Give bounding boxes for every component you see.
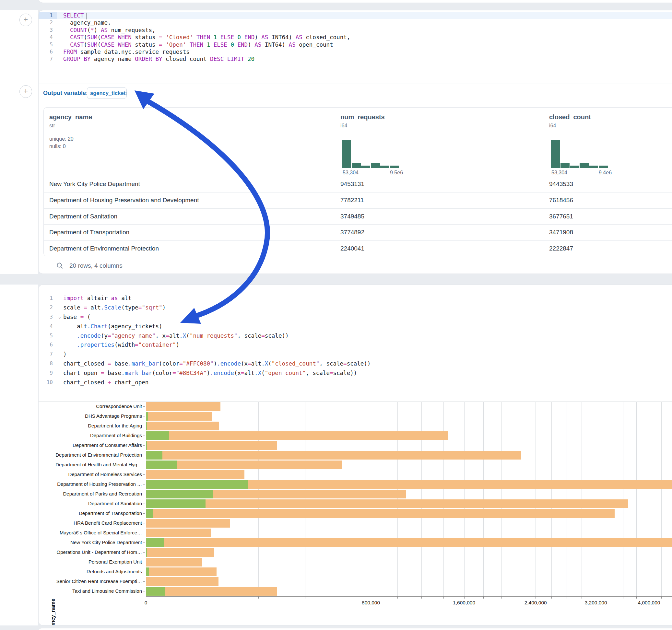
column-header-num-requests[interactable]: num_requests	[340, 114, 385, 121]
x-axis-tick	[649, 597, 649, 599]
x-axis-tick	[398, 597, 398, 599]
gridline	[519, 402, 519, 596]
code-line[interactable]: 7GROUP BY agency_name ORDER BY closed_co…	[39, 55, 672, 63]
column-dtype: str	[49, 123, 55, 129]
table-row[interactable]: Department of Environmental Protection22…	[44, 240, 672, 257]
y-axis-tick	[143, 513, 145, 514]
y-axis-tick	[143, 494, 145, 494]
column-header-closed-count[interactable]: closed_count	[549, 114, 591, 121]
code-line[interactable]: 5 CAST(SUM(CASE WHEN status = 'Open' THE…	[39, 41, 672, 48]
output-variable-label: Output variable:	[43, 90, 88, 97]
line-number: 6	[39, 340, 57, 350]
cell-num-requests: 3774892	[340, 224, 364, 240]
line-number: 4	[39, 34, 57, 41]
open-count-bar	[146, 480, 248, 489]
plus-icon: +	[24, 15, 28, 24]
code-line[interactable]: 4 CAST(SUM(CASE WHEN status = 'Closed' T…	[39, 34, 672, 41]
table-shape-label: 20 rows, 4 columns	[69, 262, 123, 269]
closed-count-bar	[146, 558, 202, 566]
python-cell-card: 1import altair as alt2scale = alt.Scale(…	[38, 285, 672, 626]
open-count-bar	[146, 421, 147, 430]
code-line[interactable]: 4 alt.Chart(agency_tickets)	[39, 322, 672, 331]
code-line[interactable]: 6FROM sample_data.nyc.service_requests	[39, 48, 672, 55]
gridline	[581, 402, 582, 596]
closed-count-bar	[146, 402, 220, 411]
closed-count-bar	[146, 431, 448, 440]
code-line[interactable]: 6 .properties(width="container")	[39, 340, 672, 350]
code-line[interactable]: 1import altair as alt	[39, 294, 672, 303]
code-text: import altair as alt	[57, 294, 672, 303]
y-axis-tick	[143, 436, 145, 436]
sql-code-editor[interactable]: 1⌄SELECT2 agency_name,3 COUNT(*) AS num_…	[39, 12, 672, 63]
histogram-bar	[371, 163, 380, 168]
code-line[interactable]: 7)	[39, 350, 672, 359]
num-requests-histogram	[342, 140, 400, 168]
add-cell-button-output[interactable]: +	[20, 85, 32, 98]
code-line[interactable]: 5 .encode(y="agency_name", x=alt.X("num_…	[39, 331, 672, 341]
next-cell-fragment	[38, 628, 672, 630]
histogram-bar	[342, 140, 351, 168]
line-number: 2	[39, 19, 57, 26]
sql-cell-card: 1⌄SELECT2 agency_name,3 COUNT(*) AS num_…	[38, 10, 672, 274]
open-count-bar	[146, 509, 153, 518]
x-axis-tick-label: 2,400,000	[525, 600, 547, 606]
code-line[interactable]: 1⌄SELECT	[39, 12, 672, 19]
line-number: 5	[39, 41, 57, 48]
y-axis-tick	[143, 504, 145, 504]
y-axis-tick	[143, 591, 145, 591]
gridline	[341, 402, 341, 596]
x-axis-tick	[535, 597, 536, 599]
gridline	[551, 402, 552, 596]
gridline	[398, 402, 398, 596]
y-axis-label: DHS Advantage Programs	[39, 411, 142, 421]
y-axis-tick	[143, 455, 145, 455]
code-text: .encode(y="agency_name", x=alt.X("num_re…	[57, 331, 672, 341]
code-line[interactable]: 10chart_closed + chart_open	[39, 378, 672, 387]
table-row[interactable]: Department of Sanitation37494853677651	[44, 209, 672, 225]
code-line[interactable]: 3 COUNT(*) AS num_requests,	[39, 27, 672, 34]
y-axis-tick	[143, 406, 145, 407]
x-axis-tick-label: 0	[145, 600, 147, 606]
table-row[interactable]: Department of Transportation377489234719…	[44, 224, 672, 241]
y-axis-tick	[143, 562, 145, 562]
x-axis-tick-label: 3,200,000	[585, 600, 607, 606]
closed-count-bar	[146, 470, 244, 479]
y-axis-label: Department of Homeless Services	[39, 469, 142, 479]
code-line[interactable]: 9chart_open = base.mark_bar(color="#8BC3…	[39, 368, 672, 378]
table-row[interactable]: New York City Police Department945313194…	[44, 176, 672, 193]
code-line[interactable]: 2 agency_name,	[39, 19, 672, 26]
x-axis-tick	[371, 597, 371, 599]
x-axis-tick	[596, 597, 596, 599]
cell-agency-name: Department of Environmental Protection	[49, 240, 159, 257]
cell-agency-name: Department of Housing Preservation and D…	[49, 192, 199, 209]
add-cell-button-top[interactable]: +	[20, 14, 32, 26]
code-text: base = (	[57, 312, 672, 322]
code-line[interactable]: 3⌄base = (	[39, 312, 672, 322]
y-axis-label: Department of Parks and Recreation	[39, 489, 142, 499]
code-text: chart_closed = base.mark_bar(color="#FFC…	[57, 359, 672, 368]
y-axis-tick	[143, 523, 145, 524]
x-axis-tick	[502, 597, 502, 599]
output-variable-pill[interactable]: agency_tickets	[87, 87, 127, 99]
histogram-bar	[352, 163, 361, 168]
y-axis-label: Mayorâ€ s Office of Special Enforce…	[39, 528, 142, 538]
gridline	[567, 402, 567, 596]
search-icon[interactable]	[56, 262, 64, 269]
table-row[interactable]: Department of Housing Preservation and D…	[44, 192, 672, 209]
histogram-max-label: 9.5e6	[390, 170, 403, 176]
altair-chart: agency_name closed_count, open_count Cor…	[39, 399, 672, 619]
y-axis-title: agency_name	[50, 599, 56, 626]
y-axis-label: Department of Buildings	[39, 431, 142, 440]
x-axis-tick	[610, 597, 610, 599]
column-dtype: i64	[340, 123, 347, 129]
code-line[interactable]: 8chart_closed = base.mark_bar(color="#FF…	[39, 359, 672, 368]
open-count-bar	[146, 412, 148, 421]
python-code-editor[interactable]: 1import altair as alt2scale = alt.Scale(…	[39, 294, 672, 387]
closed-count-bar	[146, 587, 277, 596]
code-line[interactable]: 2scale = alt.Scale(type="sqrt")	[39, 303, 672, 312]
x-axis-tick-label: 1,600,000	[453, 600, 475, 606]
column-header-agency-name[interactable]: agency_name	[49, 114, 92, 121]
cell-num-requests: 3749485	[340, 209, 364, 224]
closed-count-histogram	[551, 140, 609, 168]
y-axis-label: Senior Citizen Rent Increase Exempti…	[39, 577, 142, 586]
